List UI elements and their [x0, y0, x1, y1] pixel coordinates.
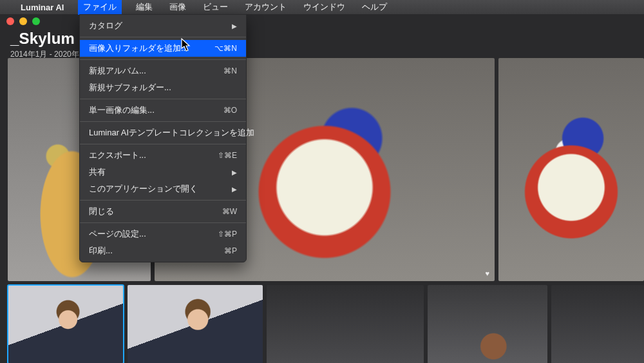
menu-item-label: ページの設定... [89, 228, 146, 240]
menubar-item-account[interactable]: アカウント [242, 0, 289, 14]
menu-item-label: 単一画像の編集... [89, 104, 155, 116]
menu-separator [80, 99, 246, 99]
photo-thumbnail[interactable] [8, 285, 124, 363]
file-menu-dropdown: カタログ▶画像入りフォルダを追加...⌥⌘N新規アルバム...⌘N新規サブフォル… [79, 14, 247, 262]
menubar-item-edit[interactable]: 編集 [133, 0, 155, 14]
window-close-button[interactable] [6, 17, 14, 25]
menu-item[interactable]: 共有▶ [80, 164, 246, 181]
menu-item-label: カタログ [89, 20, 122, 32]
menu-item-label: Luminar AIテンプレートコレクションを追加 [89, 127, 254, 139]
menu-item-shortcut: ⌘O [223, 106, 237, 115]
photo-thumbnail[interactable] [428, 285, 547, 363]
menu-item-shortcut: ⌘W [222, 207, 237, 216]
window-minimize-button[interactable] [19, 17, 27, 25]
photo-thumbnail[interactable] [267, 285, 424, 363]
menu-separator [80, 59, 246, 60]
menubar-item-help[interactable]: ヘルプ [359, 0, 390, 14]
menu-item-label: 印刷... [89, 245, 113, 257]
photo-thumbnail[interactable] [128, 285, 263, 363]
favorite-heart-icon[interactable]: ♥ [485, 270, 489, 277]
menubar-item-image[interactable]: 画像 [167, 0, 189, 14]
chevron-right-icon: ▶ [232, 23, 237, 30]
menubar-item-view[interactable]: ビュー [200, 0, 231, 14]
menu-item-label: エクスポート... [89, 150, 146, 161]
menu-item[interactable]: このアプリケーションで開く▶ [80, 181, 246, 197]
menu-separator [80, 222, 246, 223]
chevron-right-icon: ▶ [232, 169, 237, 176]
menu-separator [80, 200, 246, 201]
menu-item[interactable]: 単一画像の編集...⌘O [80, 102, 246, 119]
menu-item[interactable]: 閉じる⌘W [80, 203, 246, 220]
menu-separator [80, 37, 246, 37]
chevron-right-icon: ▶ [232, 186, 237, 193]
menu-item-shortcut: ⇧⌘E [218, 151, 237, 160]
macos-menubar: Luminar AI ファイル 編集 画像 ビュー アカウント ウインドウ ヘル… [0, 0, 644, 14]
menu-item[interactable]: 新規サブフォルダー... [80, 79, 246, 96]
menu-item-label: 新規サブフォルダー... [89, 82, 171, 93]
menu-item[interactable]: カタログ▶ [80, 17, 246, 34]
menu-item[interactable]: 印刷...⌘P [80, 242, 246, 259]
menu-item-shortcut: ⇧⌘P [218, 230, 237, 239]
menu-item-label: 新規アルバム... [89, 65, 146, 77]
menu-item-shortcut: ⌘P [224, 246, 237, 255]
menu-item[interactable]: 新規アルバム...⌘N [80, 63, 246, 79]
menu-item[interactable]: ページの設定...⇧⌘P [80, 226, 246, 242]
menu-item-label: 画像入りフォルダを追加... [89, 43, 188, 54]
menu-item-label: このアプリケーションで開く [89, 183, 198, 195]
menu-item-label: 閉じる [89, 206, 114, 217]
menu-item-shortcut: ⌘N [223, 66, 237, 75]
menu-item[interactable]: 画像入りフォルダを追加...⌥⌘N [80, 40, 246, 57]
menubar-item-file[interactable]: ファイル [78, 0, 122, 15]
menu-item[interactable]: Luminar AIテンプレートコレクションを追加 [80, 124, 246, 141]
photo-thumbnail[interactable] [551, 285, 644, 363]
menu-item[interactable]: エクスポート...⇧⌘E [80, 147, 246, 164]
photo-thumbnail[interactable] [498, 58, 644, 281]
window-maximize-button[interactable] [32, 17, 40, 25]
menubar-item-window[interactable]: ウインドウ [301, 0, 348, 14]
menu-item-shortcut: ⌥⌘N [214, 44, 237, 53]
menu-separator [80, 121, 246, 122]
menubar-app-name[interactable]: Luminar AI [18, 1, 66, 14]
menu-separator [80, 144, 246, 144]
menu-item-label: 共有 [89, 166, 106, 178]
